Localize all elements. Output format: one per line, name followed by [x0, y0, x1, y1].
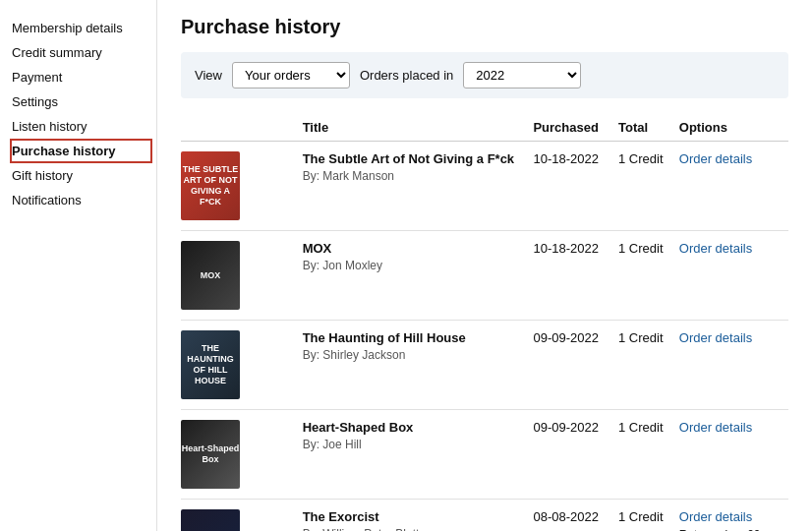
- book-author: By: Jon Moxley: [303, 259, 526, 272]
- book-cover: THE HAUNTING OF HILL HOUSE: [181, 330, 240, 399]
- order-total: 1 Credit: [618, 142, 679, 231]
- sidebar-item-purchase-history[interactable]: Purchase history: [10, 139, 152, 163]
- col-header-options: Options: [679, 114, 788, 142]
- purchased-date: 08-08-2022: [533, 500, 618, 532]
- app-layout: Membership detailsCredit summaryPaymentS…: [0, 0, 812, 531]
- book-author: By: Joe Hill: [303, 438, 526, 451]
- table-header: TitlePurchasedTotalOptions: [181, 114, 788, 142]
- options-cell: Order details: [679, 142, 788, 231]
- purchased-date: 10-18-2022: [533, 231, 618, 321]
- sidebar-item-gift-history[interactable]: Gift history: [10, 163, 156, 188]
- order-details-link[interactable]: Order details: [679, 241, 752, 256]
- book-cover-cell: THE EXORCIST: [181, 500, 303, 532]
- order-details-link[interactable]: Order details: [679, 509, 752, 524]
- book-cover-cell: Heart-Shaped Box: [181, 410, 303, 500]
- book-title: The Haunting of Hill House: [303, 330, 526, 345]
- book-cover: THE SUBTLE ART OF NOT GIVING A F*CK: [181, 151, 240, 220]
- filter-bar: View Your orders Orders placed in 202020…: [181, 52, 788, 98]
- orders-placed-in-label: Orders placed in: [360, 68, 453, 83]
- book-cover-cell: THE SUBTLE ART OF NOT GIVING A F*CK: [181, 142, 303, 231]
- table-row: THE HAUNTING OF HILL HOUSEThe Haunting o…: [181, 321, 788, 410]
- book-info-cell: The ExorcistBy: William Peter Blatty: [303, 500, 534, 532]
- book-info-cell: The Haunting of Hill HouseBy: Shirley Ja…: [303, 321, 534, 410]
- book-cover-cell: THE HAUNTING OF HILL HOUSE: [181, 321, 303, 410]
- table-body: THE SUBTLE ART OF NOT GIVING A F*CKThe S…: [181, 142, 788, 532]
- purchased-date: 09-09-2022: [533, 410, 618, 500]
- book-author: By: Shirley Jackson: [303, 348, 526, 362]
- order-details-link[interactable]: Order details: [679, 330, 752, 345]
- sidebar-item-settings[interactable]: Settings: [10, 89, 156, 114]
- year-select[interactable]: 2020202120222023: [463, 62, 581, 88]
- table-row: THE EXORCISTThe ExorcistBy: William Pete…: [181, 500, 788, 532]
- purchase-table: TitlePurchasedTotalOptions THE SUBTLE AR…: [181, 114, 788, 531]
- order-total: 1 Credit: [618, 321, 679, 410]
- order-total: 1 Credit: [618, 410, 679, 500]
- view-label: View: [195, 68, 222, 83]
- sidebar-item-notifications[interactable]: Notifications: [10, 188, 156, 212]
- purchased-date: 10-18-2022: [533, 142, 618, 231]
- sidebar: Membership detailsCredit summaryPaymentS…: [0, 0, 157, 531]
- page-title: Purchase history: [181, 16, 788, 38]
- options-cell: Order details: [679, 410, 788, 500]
- book-author: By: William Peter Blatty: [303, 527, 526, 531]
- book-author: By: Mark Manson: [303, 169, 526, 183]
- order-total: 1 Credit: [618, 500, 679, 532]
- book-cover: THE EXORCIST: [181, 509, 240, 531]
- col-header-cover: [181, 114, 303, 142]
- purchased-date: 09-09-2022: [533, 321, 618, 410]
- main-content: Purchase history View Your orders Orders…: [157, 0, 812, 531]
- book-title: Heart-Shaped Box: [303, 420, 526, 435]
- sidebar-item-credit-summary[interactable]: Credit summary: [10, 40, 156, 65]
- order-details-link[interactable]: Order details: [679, 420, 752, 435]
- col-header-title: Title: [303, 114, 534, 142]
- book-info-cell: Heart-Shaped BoxBy: Joe Hill: [303, 410, 534, 500]
- order-total: 1 Credit: [618, 231, 679, 321]
- col-header-purchased: Purchased: [533, 114, 618, 142]
- col-header-total: Total: [618, 114, 679, 142]
- sidebar-item-membership-details[interactable]: Membership details: [10, 16, 156, 40]
- options-cell: Order detailsReturned on 09-10-22: [679, 500, 788, 532]
- book-info-cell: MOXBy: Jon Moxley: [303, 231, 534, 321]
- table-row: Heart-Shaped BoxHeart-Shaped BoxBy: Joe …: [181, 410, 788, 500]
- book-cover: Heart-Shaped Box: [181, 420, 240, 489]
- book-cover: MOX: [181, 241, 240, 310]
- book-info-cell: The Subtle Art of Not Giving a F*ckBy: M…: [303, 142, 534, 231]
- sidebar-item-payment[interactable]: Payment: [10, 65, 156, 89]
- table-row: THE SUBTLE ART OF NOT GIVING A F*CKThe S…: [181, 142, 788, 231]
- book-title: MOX: [303, 241, 526, 256]
- options-cell: Order details: [679, 321, 788, 410]
- table-row: MOXMOXBy: Jon Moxley10-18-20221 CreditOr…: [181, 231, 788, 321]
- book-cover-cell: MOX: [181, 231, 303, 321]
- book-title: The Subtle Art of Not Giving a F*ck: [303, 151, 526, 166]
- options-cell: Order details: [679, 231, 788, 321]
- view-select[interactable]: Your orders: [232, 62, 350, 88]
- sidebar-item-listen-history[interactable]: Listen history: [10, 114, 156, 139]
- order-details-link[interactable]: Order details: [679, 151, 752, 166]
- book-title: The Exorcist: [303, 509, 526, 524]
